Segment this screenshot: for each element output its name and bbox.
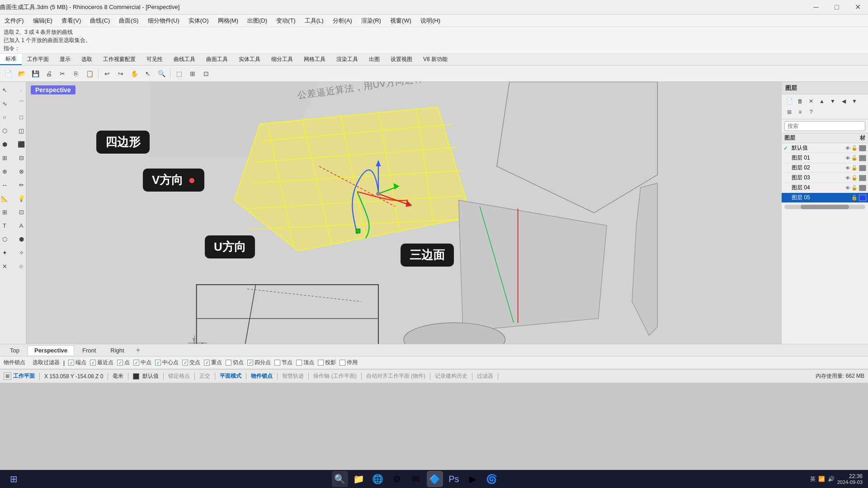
point-tool-icon[interactable]: · (13, 84, 26, 96)
toolbar-tab-4[interactable]: 工作视窗配置 (98, 54, 141, 65)
menu-item-a[interactable]: 分析(A) (328, 14, 357, 27)
menu-item-c[interactable]: 曲线(C) (85, 14, 114, 27)
layer-row-default[interactable]: ✓ 默认值 👁 🔓 (782, 143, 868, 153)
smart-track-btn[interactable]: 智慧轨迹 (282, 372, 304, 380)
toolbar-tab-14[interactable]: V8 新功能 (418, 54, 453, 65)
layout2-tool-icon[interactable]: ⊡ (13, 206, 26, 218)
misc-tool-icon[interactable]: ☆ (13, 260, 26, 272)
snap-midpoint-check[interactable] (133, 360, 139, 366)
analyze-tool-icon[interactable]: 📐 (0, 192, 13, 205)
snap-knot[interactable]: 节点 (274, 359, 292, 366)
layer-lock-03[interactable]: 🔓 (851, 175, 858, 181)
menu-item-o[interactable]: 实体(O) (184, 14, 213, 27)
snap-endpoint-check[interactable] (68, 360, 74, 366)
toolbar-tab-0[interactable]: 标准 (0, 54, 22, 65)
snap-center-check[interactable] (155, 360, 161, 366)
menu-item-v[interactable]: 查看(V) (57, 14, 85, 27)
layer-visible-01[interactable]: 👁 (845, 155, 850, 161)
snap-intersection-check[interactable] (182, 360, 188, 366)
browser-app[interactable]: 🌀 (484, 471, 500, 487)
toolbar-tab-12[interactable]: 出图 (363, 54, 385, 65)
layer-lock-01[interactable]: 🔓 (851, 155, 858, 161)
mail-app[interactable]: ✉ (408, 471, 424, 487)
layer-list-icon[interactable]: ≡ (795, 107, 805, 117)
zoom-icon[interactable]: 🔍 (155, 67, 168, 80)
ortho-btn[interactable]: 正交 (199, 372, 210, 380)
text2-tool-icon[interactable]: A (13, 219, 26, 232)
curve2-tool-icon[interactable]: ⌒ (13, 97, 26, 110)
surface-tool-icon[interactable]: ⬡ (0, 124, 13, 137)
snap-tangent[interactable]: 切点 (226, 359, 244, 366)
snap-midpoint[interactable]: 中点 (133, 359, 151, 366)
layer-lock-02[interactable]: 🔓 (851, 165, 858, 171)
snap-point[interactable]: 点 (117, 359, 130, 366)
ps-app[interactable]: Ps (446, 471, 462, 487)
save-icon[interactable]: 💾 (29, 67, 42, 80)
plane-mode-btn[interactable]: 平面模式 (220, 372, 241, 380)
toolbar-tab-8[interactable]: 实体工具 (233, 54, 266, 65)
toolbar-tab-13[interactable]: 设置视图 (385, 54, 418, 65)
transform-tool-icon[interactable]: ⊕ (0, 165, 13, 178)
snap-vertex-check[interactable] (296, 360, 302, 366)
curve-tool-icon[interactable]: ∿ (0, 97, 13, 110)
snap-perp[interactable]: 重点 (204, 359, 222, 366)
close-button[interactable]: ✕ (847, 0, 868, 14)
snap-nearest-check[interactable] (90, 360, 96, 366)
layer-lock-05[interactable]: 🔓 (851, 195, 858, 201)
cut-icon[interactable]: ✂ (56, 67, 69, 80)
layer-visible-02[interactable]: 👁 (845, 165, 850, 171)
viewport-tab-top[interactable]: Top (4, 346, 26, 355)
viewport-tab-right[interactable]: Right (104, 346, 130, 355)
layout-tool-icon[interactable]: ⊞ (0, 206, 13, 218)
group-tool-icon[interactable]: ⬡ (0, 233, 13, 245)
toolbar-tab-10[interactable]: 网格工具 (298, 54, 331, 65)
start-button[interactable]: ⊞ (5, 471, 22, 487)
surface2-tool-icon[interactable]: ◫ (13, 124, 26, 137)
select-icon[interactable]: ↖ (142, 67, 154, 80)
workplane-label[interactable]: 工作平面 (13, 372, 35, 380)
snap-intersection[interactable]: 交点 (182, 359, 200, 366)
record-history-btn[interactable]: 记录建构历史 (435, 372, 467, 380)
rect-tool-icon[interactable]: □ (13, 111, 26, 123)
layer-delete-icon[interactable]: 🗑 (795, 96, 805, 106)
copy-icon[interactable]: ⎘ (70, 67, 82, 80)
layer-visible-04[interactable]: 👁 (845, 185, 850, 191)
layer-color-default[interactable] (859, 145, 866, 151)
toolbar-tab-7[interactable]: 曲面工具 (201, 54, 233, 65)
layer-color-04[interactable] (859, 185, 866, 191)
mesh-tool-icon[interactable]: ⊞ (0, 151, 13, 164)
new-file-icon[interactable]: 📄 (2, 67, 14, 80)
layer-help-icon[interactable]: ? (806, 107, 816, 117)
snap-disable-check[interactable] (340, 360, 345, 366)
layer-lock-04[interactable]: 🔓 (851, 185, 858, 191)
operation-axis-btn[interactable]: 操作轴 (工作平面) (313, 372, 356, 380)
snap-quad[interactable]: 四分点 (247, 359, 271, 366)
settings-app[interactable]: ⚙ (389, 471, 405, 487)
toolbar-tab-11[interactable]: 渲染工具 (331, 54, 363, 65)
toolbar-tab-6[interactable]: 曲线工具 (168, 54, 201, 65)
snap-nearest[interactable]: 最近点 (90, 359, 113, 366)
status-color[interactable]: 默认值 (133, 372, 159, 380)
media-app[interactable]: ▶ (465, 471, 481, 487)
toolbar-tab-3[interactable]: 选取 (76, 54, 98, 65)
delete-tool-icon[interactable]: ✕ (0, 260, 13, 272)
viewport-tab-front[interactable]: Front (76, 346, 102, 355)
undo-icon[interactable]: ↩ (101, 67, 113, 80)
render-tool-icon[interactable]: 💡 (13, 192, 26, 205)
solid2-tool-icon[interactable]: ⬛ (13, 138, 26, 150)
minimize-button[interactable]: ─ (806, 0, 826, 14)
layer-color-02[interactable] (859, 165, 866, 171)
circle-tool-icon[interactable]: ○ (0, 111, 13, 123)
search-app[interactable]: 🔍 (332, 471, 348, 487)
layer-grid-icon[interactable]: ⊞ (784, 107, 794, 117)
snap-point-check[interactable] (117, 360, 123, 366)
taskbar-wifi[interactable]: 📶 (818, 476, 825, 482)
status-line3[interactable]: 指令： (4, 44, 864, 52)
open-file-icon[interactable]: 📂 (15, 67, 28, 80)
redo-icon[interactable]: ↪ (114, 67, 127, 80)
snap-vertex[interactable]: 顶点 (296, 359, 314, 366)
layer-search-input[interactable] (784, 121, 865, 131)
taskbar-volume[interactable]: 🔊 (828, 476, 835, 482)
toolbar-tab-1[interactable]: 工作平面 (22, 54, 54, 65)
layer-down-icon[interactable]: ▼ (828, 96, 838, 106)
